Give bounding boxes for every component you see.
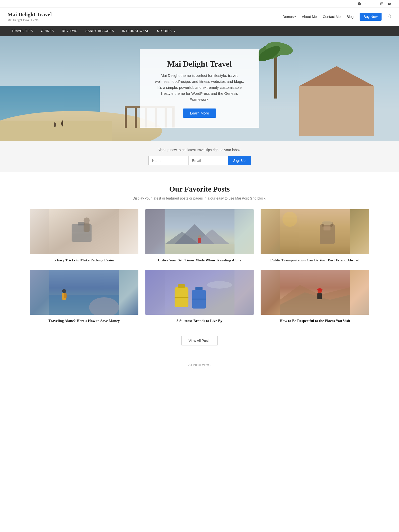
post-card-5[interactable]: 3 Suitcase Brands to Live By (145, 270, 254, 323)
name-input[interactable] (148, 156, 188, 165)
svg-point-40 (198, 235, 201, 238)
post-card-1[interactable]: 5 Easy Tricks to Make Packing Easier (30, 209, 138, 263)
post-title-5: 3 Suitcase Brands to Live By (145, 318, 254, 323)
all-posts-view-text: All Posts View . (188, 363, 210, 367)
stories-chevron-icon: ▾ (174, 30, 175, 32)
svg-rect-41 (198, 238, 201, 243)
post-title-6: How to Be Respectful to the Places You V… (261, 318, 369, 323)
top-bar: W f t (0, 0, 399, 8)
svg-point-34 (84, 217, 90, 223)
wordpress-icon[interactable]: W (357, 1, 362, 6)
posts-subtitle: Display your latest or featured posts or… (30, 196, 369, 200)
post-image-6 (261, 270, 369, 315)
hero-title: Mai Delight Travel (155, 59, 244, 69)
post-image-3 (261, 209, 369, 254)
posts-section: Our Favorite Posts Display your latest o… (0, 172, 399, 358)
svg-text:f: f (366, 3, 366, 5)
nav-international[interactable]: INTERNATIONAL (118, 26, 153, 36)
svg-point-48 (283, 212, 298, 227)
hero-description: Mai Delight theme is perfect for lifesty… (155, 73, 244, 103)
facebook-icon[interactable]: f (365, 1, 369, 6)
youtube-icon[interactable] (387, 1, 392, 6)
svg-rect-46 (324, 225, 331, 230)
hero-section: Mai Delight Travel Mai Delight theme is … (0, 36, 399, 141)
svg-point-62 (207, 281, 232, 289)
post-image-1 (30, 209, 138, 254)
site-header: Mai Delight Travel Mai Delight Travel De… (0, 8, 399, 26)
posts-title: Our Favorite Posts (30, 185, 369, 193)
posts-grid: 5 Easy Tricks to Make Packing Easier (30, 209, 369, 323)
hero-content-box: Mai Delight Travel Mai Delight theme is … (140, 49, 259, 128)
post-card-4[interactable]: Traveling Alone? Here's How to Save Mone… (30, 270, 138, 323)
category-nav: TRAVEL TIPS GUIDES REVIEWS SANDY BEACHES… (0, 26, 399, 36)
svg-rect-4 (381, 2, 383, 5)
signup-section: Sign up now to get latest travel tips ri… (0, 141, 399, 172)
signup-form: Sign Up (148, 156, 251, 165)
nav-travel-tips[interactable]: TRAVEL TIPS (7, 26, 37, 36)
nav-demos[interactable]: Demos ▾ (283, 15, 296, 19)
post-title-1: 5 Easy Tricks to Make Packing Easier (30, 258, 138, 263)
hero-overlay: Mai Delight Travel Mai Delight theme is … (0, 36, 399, 141)
svg-rect-60 (195, 287, 202, 290)
learn-more-button[interactable]: Learn More (183, 108, 216, 118)
site-subtitle: Mai Delight Travel Demo (7, 18, 52, 22)
svg-rect-67 (317, 293, 322, 299)
post-title-2: Utilize Your Self Timer Mode When Travel… (145, 258, 254, 263)
svg-point-6 (383, 3, 383, 3)
nav-reviews[interactable]: REVIEWS (58, 26, 81, 36)
svg-point-68 (317, 288, 323, 291)
svg-point-9 (388, 15, 390, 17)
post-card-6[interactable]: How to Be Respectful to the Places You V… (261, 270, 369, 323)
post-image-4 (30, 270, 138, 315)
svg-line-10 (390, 17, 391, 18)
post-image-2 (145, 209, 254, 254)
signup-text: Sign up now to get latest travel tips ri… (158, 148, 241, 152)
svg-point-47 (322, 221, 333, 225)
svg-text:W: W (359, 3, 360, 4)
search-icon[interactable] (388, 14, 392, 19)
nav-about-me[interactable]: About Me (302, 15, 317, 19)
post-image-5 (145, 270, 254, 315)
nav-contact-me[interactable]: Contact Me (323, 15, 341, 19)
instagram-icon[interactable] (380, 1, 384, 6)
svg-rect-54 (64, 293, 67, 298)
nav-sandy-beaches[interactable]: SANDY BEACHES (82, 26, 118, 36)
signup-button[interactable]: Sign Up (228, 156, 251, 165)
svg-rect-35 (84, 223, 90, 232)
post-title-4: Traveling Alone? Here's How to Save Mone… (30, 318, 138, 323)
svg-point-52 (62, 289, 66, 293)
nav-guides[interactable]: GUIDES (37, 26, 58, 36)
svg-rect-57 (178, 284, 185, 288)
view-all-posts-button[interactable]: View All Posts (181, 336, 218, 345)
site-title[interactable]: Mai Delight Travel (7, 11, 52, 18)
main-nav: Demos ▾ About Me Contact Me Blog Buy Now (283, 13, 392, 21)
svg-text:t: t (373, 2, 374, 5)
post-title-3: Public Transportation Can Be Your Best F… (261, 258, 369, 263)
twitter-icon[interactable]: t (372, 1, 377, 6)
footer-note: All Posts View . (0, 358, 399, 372)
site-branding: Mai Delight Travel Mai Delight Travel De… (7, 11, 52, 22)
post-card-2[interactable]: Utilize Your Self Timer Mode When Travel… (145, 209, 254, 263)
svg-rect-42 (165, 244, 234, 254)
nav-blog[interactable]: Blog (347, 15, 354, 19)
buy-now-button[interactable]: Buy Now (360, 13, 382, 21)
post-card-3[interactable]: Public Transportation Can Be Your Best F… (261, 209, 369, 263)
svg-point-5 (381, 3, 383, 4)
email-input[interactable] (188, 156, 228, 165)
demos-chevron-icon: ▾ (295, 15, 296, 18)
nav-stories[interactable]: STORIES ▾ (153, 26, 179, 36)
